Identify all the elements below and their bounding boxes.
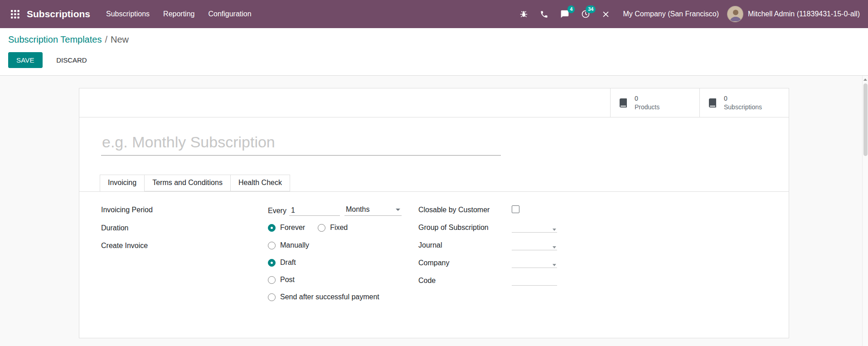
radio-post-label: Post: [280, 276, 295, 284]
user-menu[interactable]: Mitchell Admin (11839431-15-0-all): [727, 6, 860, 22]
radio-post[interactable]: [268, 276, 276, 284]
discard-button[interactable]: DISCARD: [48, 52, 95, 68]
duration-label: Duration: [101, 224, 268, 232]
template-name-input[interactable]: [101, 132, 501, 156]
chevron-down-icon: [553, 264, 556, 266]
top-navbar: Subscriptions Subscriptions Reporting Co…: [0, 0, 868, 28]
close-icon[interactable]: [596, 6, 616, 23]
code-input[interactable]: [512, 276, 557, 286]
tab-terms-and-conditions[interactable]: Terms and Conditions: [145, 175, 231, 191]
stat-button-subscriptions[interactable]: 0 Subscriptions: [699, 88, 789, 117]
stat-subscriptions-value: 0: [724, 94, 762, 103]
tab-health-check[interactable]: Health Check: [231, 175, 290, 191]
breadcrumb: Subscription Templates/New: [8, 34, 860, 45]
create-invoice-option-post: Post: [268, 276, 379, 284]
radio-draft[interactable]: [268, 259, 276, 267]
menu-subscriptions[interactable]: Subscriptions: [99, 5, 156, 24]
control-panel-buttons: SAVE DISCARD: [8, 52, 860, 68]
tab-invoicing[interactable]: Invoicing: [100, 175, 145, 191]
scrollbar-up-arrow-icon[interactable]: [863, 76, 868, 83]
radio-manually[interactable]: [268, 242, 276, 249]
company-row: Company: [418, 258, 767, 268]
scrollbar-thumb[interactable]: [863, 83, 868, 156]
chevron-down-icon: [553, 229, 556, 231]
invoicing-period-unit-select[interactable]: Months: [344, 205, 402, 216]
book-icon: [707, 97, 718, 108]
activities-clock-icon[interactable]: 34: [575, 5, 596, 23]
avatar: [727, 6, 743, 22]
duration-options: Forever Fixed: [268, 224, 348, 232]
content-area: 0 Products 0 Subscriptions Invoicing Ter…: [0, 75, 868, 346]
radio-send-after-payment[interactable]: [268, 293, 276, 301]
apps-menu-icon[interactable]: [8, 6, 22, 22]
create-invoice-option-manually: Manually: [268, 241, 379, 249]
company-label: Company: [418, 258, 512, 267]
template-name-wrap: [101, 132, 501, 156]
stat-button-products[interactable]: 0 Products: [610, 88, 699, 117]
company-select[interactable]: [512, 258, 557, 268]
app-title: Subscriptions: [27, 9, 90, 19]
stat-subscriptions-label: Subscriptions: [724, 103, 762, 112]
form-left-column: Invoicing Period Every Months Duration: [101, 205, 418, 309]
vertical-scrollbar[interactable]: [862, 76, 868, 346]
create-invoice-row: Create Invoice Manually Draft Post: [101, 241, 418, 301]
breadcrumb-current: New: [111, 34, 129, 44]
main-menu: Subscriptions Reporting Configuration: [99, 5, 258, 24]
closable-row: Closable by Customer: [418, 205, 767, 215]
create-invoice-option-draft: Draft: [268, 258, 379, 267]
journal-label: Journal: [418, 241, 512, 249]
duration-option-forever: Forever: [268, 224, 305, 232]
chevron-down-icon: [553, 246, 556, 249]
book-icon: [618, 97, 629, 108]
duration-option-fixed: Fixed: [318, 224, 348, 232]
chevron-down-icon: [396, 209, 400, 211]
stat-products-value: 0: [635, 94, 659, 103]
group-of-subscription-select[interactable]: [512, 223, 557, 233]
duration-row: Duration Forever Fixed: [101, 224, 418, 234]
debug-bug-icon[interactable]: [514, 5, 534, 23]
group-of-subscription-label: Group of Subscription: [418, 223, 512, 232]
user-name: Mitchell Admin (11839431-15-0-all): [748, 10, 860, 18]
radio-fixed-label: Fixed: [330, 224, 348, 232]
save-button[interactable]: SAVE: [8, 52, 43, 68]
invoicing-period-row: Invoicing Period Every Months: [101, 205, 418, 216]
invoicing-period-widget: Every Months: [268, 205, 402, 216]
phone-icon[interactable]: [534, 5, 554, 23]
menu-reporting[interactable]: Reporting: [156, 5, 201, 24]
journal-select[interactable]: [512, 241, 557, 250]
form-sheet: 0 Products 0 Subscriptions Invoicing Ter…: [79, 88, 789, 338]
code-row: Code: [418, 276, 767, 286]
create-invoice-label: Create Invoice: [101, 241, 268, 250]
control-panel: Subscription Templates/New SAVE DISCARD: [0, 28, 868, 75]
menu-configuration[interactable]: Configuration: [201, 5, 258, 24]
radio-draft-label: Draft: [280, 258, 296, 267]
radio-send-after-payment-label: Send after successful payment: [280, 293, 379, 301]
invoicing-period-value-input[interactable]: [289, 206, 340, 216]
notebook-tabs: Invoicing Terms and Conditions Health Ch…: [79, 175, 789, 192]
closable-checkbox[interactable]: [512, 205, 519, 213]
company-switcher[interactable]: My Company (San Francisco): [623, 10, 719, 18]
stat-button-text: 0 Products: [635, 94, 659, 112]
closable-label: Closable by Customer: [418, 205, 512, 214]
every-prefix: Every: [268, 207, 286, 216]
stat-products-label: Products: [635, 103, 659, 112]
messages-icon[interactable]: 4: [554, 5, 575, 23]
invoicing-tab-content: Invoicing Period Every Months Duration: [79, 192, 789, 309]
breadcrumb-separator: /: [105, 34, 107, 44]
radio-forever[interactable]: [268, 224, 276, 232]
group-of-subscription-row: Group of Subscription: [418, 223, 767, 233]
journal-row: Journal: [418, 241, 767, 251]
create-invoice-options: Manually Draft Post Send after succ: [268, 241, 379, 301]
messages-badge: 4: [567, 5, 575, 13]
stat-button-strip: 0 Products 0 Subscriptions: [79, 88, 789, 117]
invoicing-period-label: Invoicing Period: [101, 205, 268, 214]
invoicing-period-unit-value: Months: [346, 205, 369, 214]
radio-manually-label: Manually: [280, 241, 309, 249]
breadcrumb-root-link[interactable]: Subscription Templates: [8, 34, 102, 44]
stat-button-text: 0 Subscriptions: [724, 94, 762, 112]
activities-badge: 34: [586, 5, 596, 13]
create-invoice-option-send-after-payment: Send after successful payment: [268, 293, 379, 301]
code-label: Code: [418, 276, 512, 285]
navbar-left: Subscriptions Subscriptions Reporting Co…: [8, 5, 258, 24]
radio-fixed[interactable]: [318, 224, 325, 232]
